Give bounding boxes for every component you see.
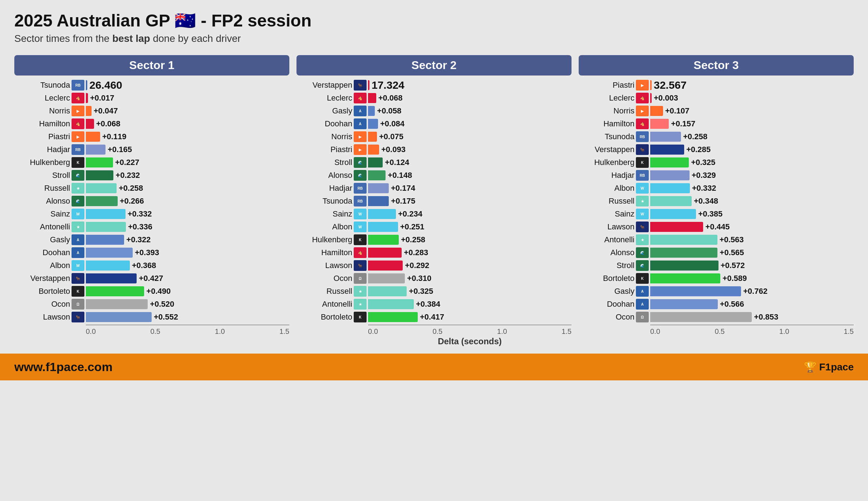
- table-row: Verstappen🐂+0.427: [14, 272, 289, 284]
- team-icon: 🌊: [354, 170, 367, 181]
- bar-value: +0.047: [94, 106, 118, 116]
- x-axis: 0.00.51.01.5: [650, 325, 854, 336]
- bar-value: +0.148: [388, 171, 412, 180]
- bar-value: +0.124: [385, 158, 409, 167]
- driver-label: Sainz: [296, 209, 354, 219]
- bar-and-value: +0.075: [368, 132, 572, 142]
- sector-chart-3: Sector 3Piastri▶32.567Leclerc🐴+0.003Norr…: [579, 55, 854, 336]
- table-row: Hamilton🐴+0.283: [296, 247, 572, 259]
- team-icon: RB: [354, 196, 367, 206]
- bar-value: +0.552: [154, 312, 178, 322]
- driver-label: Hamilton: [296, 248, 354, 257]
- bar: [650, 106, 663, 116]
- bar-and-value: 32.567: [650, 79, 854, 91]
- table-row: BortoletoK+0.589: [579, 272, 854, 284]
- bar: [86, 209, 126, 219]
- table-row: Verstappen🐂17.324: [296, 79, 572, 91]
- driver-label: Hulkenberg: [296, 235, 354, 244]
- driver-label: Stroll: [296, 158, 354, 167]
- driver-label: Piastri: [14, 132, 72, 141]
- team-icon: RB: [354, 183, 367, 194]
- table-row: Russell★+0.348: [579, 195, 854, 207]
- bar-and-value: +0.384: [368, 299, 572, 309]
- bar-and-value: +0.329: [650, 170, 854, 180]
- team-icon: 🐂: [636, 144, 649, 155]
- driver-label: Doohan: [296, 119, 354, 128]
- bar: [650, 145, 684, 155]
- bar-and-value: +0.258: [86, 183, 289, 193]
- table-row: Alonso🌊+0.148: [296, 169, 572, 181]
- table-row: Leclerc🐴+0.017: [14, 92, 289, 104]
- axis-tick: 0.5: [715, 327, 725, 336]
- bar-and-value: +0.003: [650, 93, 854, 103]
- bar-value: +0.093: [381, 145, 406, 154]
- bar: [368, 196, 389, 206]
- bar-value: +0.251: [400, 222, 425, 232]
- driver-label: Lawson: [296, 261, 354, 270]
- bar-value: +0.157: [671, 119, 695, 128]
- bar-value: +0.563: [720, 235, 744, 244]
- bar: [368, 222, 398, 232]
- driver-label: Gasly: [579, 287, 636, 296]
- table-row: DoohanA+0.566: [579, 298, 854, 310]
- team-icon: A: [636, 299, 649, 310]
- bar: [368, 235, 399, 245]
- driver-label: Sainz: [14, 209, 72, 219]
- axis-tick: 0.0: [368, 327, 378, 336]
- bar-and-value: +0.385: [650, 209, 854, 219]
- bar-value: 26.460: [89, 79, 122, 91]
- driver-label: Verstappen: [296, 81, 354, 90]
- driver-label: Piastri: [296, 145, 354, 154]
- bar: [368, 93, 376, 103]
- bar-value: +0.325: [409, 287, 433, 296]
- driver-label: Albon: [14, 261, 72, 270]
- bar-and-value: +0.417: [368, 312, 572, 322]
- table-row: Leclerc🐴+0.068: [296, 92, 572, 104]
- bar-value: +0.384: [416, 300, 440, 309]
- bar-value: +0.232: [116, 171, 140, 180]
- team-icon: W: [636, 209, 649, 219]
- bar: [86, 222, 126, 232]
- driver-label: Bortoleto: [579, 274, 636, 283]
- table-row: Leclerc🐴+0.003: [579, 92, 854, 104]
- bar: [368, 80, 369, 90]
- driver-label: Hulkenberg: [14, 158, 72, 167]
- driver-label: Tsunoda: [14, 81, 72, 90]
- team-icon: ★: [72, 222, 84, 232]
- team-icon: RB: [72, 80, 84, 91]
- bar: [368, 170, 386, 180]
- bar-value: +0.572: [721, 261, 745, 270]
- team-icon: ▶: [636, 106, 649, 116]
- team-icon: K: [636, 157, 649, 168]
- driver-label: Hadjar: [14, 145, 72, 154]
- table-row: GaslyA+0.762: [579, 285, 854, 297]
- bar: [86, 196, 118, 206]
- footer-logo: 🏆 F1pace: [804, 361, 854, 373]
- bar: [650, 119, 669, 129]
- team-icon: 🐴: [72, 118, 84, 129]
- table-row: Alonso🌊+0.565: [579, 247, 854, 259]
- bar-value: +0.258: [401, 235, 425, 244]
- table-row: AlbonW+0.332: [579, 182, 854, 194]
- driver-label: Bortoleto: [296, 312, 354, 322]
- bar-and-value: +0.566: [650, 299, 854, 309]
- bar: [650, 80, 652, 90]
- bar-and-value: +0.227: [86, 157, 289, 167]
- bar-and-value: +0.283: [368, 248, 572, 258]
- team-icon: Ω: [636, 312, 649, 322]
- table-row: HadjarRB+0.174: [296, 182, 572, 194]
- bar: [650, 170, 690, 180]
- driver-label: Lawson: [579, 222, 636, 232]
- bar-and-value: +0.332: [86, 209, 289, 219]
- table-row: Norris▶+0.047: [14, 105, 289, 117]
- bar: [650, 183, 690, 193]
- team-icon: Ω: [72, 299, 84, 310]
- table-row: Hamilton🐴+0.157: [579, 118, 854, 130]
- bar-and-value: +0.174: [368, 183, 572, 193]
- axis-tick: 0.0: [86, 327, 96, 336]
- bar: [368, 209, 396, 219]
- bar-and-value: 26.460: [86, 79, 289, 91]
- bar-and-value: +0.148: [368, 170, 572, 180]
- bar: [650, 132, 681, 142]
- bar-value: +0.368: [132, 261, 156, 270]
